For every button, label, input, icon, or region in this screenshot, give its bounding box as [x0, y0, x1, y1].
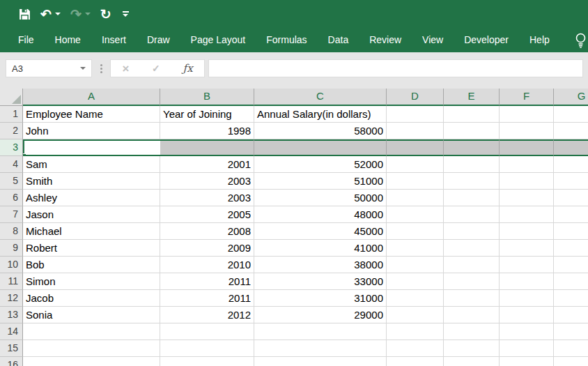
cell-D13[interactable] — [387, 307, 444, 323]
cell-D8[interactable] — [387, 223, 444, 240]
cell-G8[interactable] — [554, 223, 588, 240]
cell-B10[interactable]: 2010 — [160, 257, 254, 273]
cell-F1[interactable] — [500, 106, 554, 123]
cell-B1[interactable]: Year of Joining — [160, 106, 254, 123]
row-header-13[interactable]: 13 — [0, 307, 23, 323]
ribbon-tab-developer[interactable]: Developer — [454, 28, 519, 52]
cell-E7[interactable] — [444, 206, 500, 223]
cell-B7[interactable]: 2005 — [160, 206, 254, 223]
cell-D5[interactable] — [387, 173, 444, 190]
ribbon-tab-page-layout[interactable]: Page Layout — [180, 28, 256, 52]
cell-D16[interactable] — [387, 357, 444, 366]
cell-G15[interactable] — [554, 340, 588, 357]
cell-A14[interactable] — [23, 323, 160, 340]
cell-B6[interactable]: 2003 — [160, 190, 254, 206]
cell-F10[interactable] — [500, 257, 554, 273]
cell-F16[interactable] — [500, 357, 554, 366]
cell-E5[interactable] — [444, 173, 500, 190]
cell-G10[interactable] — [554, 257, 588, 273]
undo-icon[interactable]: ↶ — [40, 8, 52, 21]
name-box[interactable]: A3 — [6, 59, 92, 77]
cell-C10[interactable]: 38000 — [254, 257, 387, 273]
row-header-1[interactable]: 1 — [0, 106, 23, 123]
column-header-g[interactable]: G — [554, 89, 588, 106]
cell-D12[interactable] — [387, 290, 444, 307]
cell-B3[interactable] — [160, 139, 254, 156]
cell-E13[interactable] — [444, 307, 500, 323]
ribbon-tab-home[interactable]: Home — [45, 28, 91, 52]
cell-B11[interactable]: 2011 — [160, 273, 254, 290]
cell-C7[interactable]: 48000 — [254, 206, 387, 223]
lightbulb-icon[interactable] — [575, 32, 587, 49]
cell-G2[interactable] — [554, 123, 588, 139]
cell-F14[interactable] — [500, 323, 554, 340]
cell-D1[interactable] — [387, 106, 444, 123]
cell-E4[interactable] — [444, 156, 500, 173]
name-box-dropdown-icon[interactable] — [80, 67, 86, 70]
cell-F3[interactable] — [500, 139, 554, 156]
cell-F6[interactable] — [500, 190, 554, 206]
cell-E3[interactable] — [444, 139, 500, 156]
cell-C9[interactable]: 41000 — [254, 240, 387, 257]
cell-D10[interactable] — [387, 257, 444, 273]
cell-D7[interactable] — [387, 206, 444, 223]
cell-F8[interactable] — [500, 223, 554, 240]
cell-B5[interactable]: 2003 — [160, 173, 254, 190]
cell-F7[interactable] — [500, 206, 554, 223]
cell-F15[interactable] — [500, 340, 554, 357]
cell-C14[interactable] — [254, 323, 387, 340]
cell-A2[interactable]: John — [23, 123, 160, 139]
cell-B14[interactable] — [160, 323, 254, 340]
cell-G9[interactable] — [554, 240, 588, 257]
cell-G12[interactable] — [554, 290, 588, 307]
row-header-5[interactable]: 5 — [0, 173, 23, 190]
row-header-14[interactable]: 14 — [0, 323, 23, 340]
ribbon-tab-review[interactable]: Review — [359, 28, 412, 52]
formula-bar-input[interactable] — [208, 59, 583, 77]
formula-bar-drag-handle[interactable] — [100, 64, 102, 73]
cell-F9[interactable] — [500, 240, 554, 257]
cell-B13[interactable]: 2012 — [160, 307, 254, 323]
cell-D3[interactable] — [387, 139, 444, 156]
ribbon-tab-help[interactable]: Help — [519, 28, 560, 52]
cell-C3[interactable] — [254, 139, 387, 156]
cell-G6[interactable] — [554, 190, 588, 206]
refresh-icon[interactable]: ↻ — [100, 8, 111, 21]
cell-C16[interactable] — [254, 357, 387, 366]
cell-B15[interactable] — [160, 340, 254, 357]
cell-B12[interactable]: 2011 — [160, 290, 254, 307]
cell-A13[interactable]: Sonia — [23, 307, 160, 323]
customize-quick-access-toolbar-icon[interactable] — [123, 11, 129, 17]
cell-A7[interactable]: Jason — [23, 206, 160, 223]
ribbon-tab-view[interactable]: View — [412, 28, 454, 52]
cell-F5[interactable] — [500, 173, 554, 190]
cell-C13[interactable]: 29000 — [254, 307, 387, 323]
cell-D6[interactable] — [387, 190, 444, 206]
column-header-b[interactable]: B — [160, 89, 254, 106]
cell-E16[interactable] — [444, 357, 500, 366]
cell-A9[interactable]: Robert — [23, 240, 160, 257]
cell-E8[interactable] — [444, 223, 500, 240]
cell-C11[interactable]: 33000 — [254, 273, 387, 290]
cell-C1[interactable]: Annual Salary(in dollars) — [254, 106, 387, 123]
cell-F12[interactable] — [500, 290, 554, 307]
cell-A15[interactable] — [23, 340, 160, 357]
cell-C4[interactable]: 52000 — [254, 156, 387, 173]
cell-E15[interactable] — [444, 340, 500, 357]
cell-D4[interactable] — [387, 156, 444, 173]
cell-A12[interactable]: Jacob — [23, 290, 160, 307]
insert-function-icon[interactable]: ƒx — [183, 63, 193, 74]
cell-F11[interactable] — [500, 273, 554, 290]
row-header-7[interactable]: 7 — [0, 206, 23, 223]
cell-A11[interactable]: Simon — [23, 273, 160, 290]
cell-G4[interactable] — [554, 156, 588, 173]
cell-C15[interactable] — [254, 340, 387, 357]
cell-G13[interactable] — [554, 307, 588, 323]
row-header-2[interactable]: 2 — [0, 123, 23, 139]
row-header-12[interactable]: 12 — [0, 290, 23, 307]
save-icon[interactable] — [19, 8, 31, 20]
cell-G14[interactable] — [554, 323, 588, 340]
cell-B8[interactable]: 2008 — [160, 223, 254, 240]
cell-E1[interactable] — [444, 106, 500, 123]
column-header-d[interactable]: D — [387, 89, 444, 106]
